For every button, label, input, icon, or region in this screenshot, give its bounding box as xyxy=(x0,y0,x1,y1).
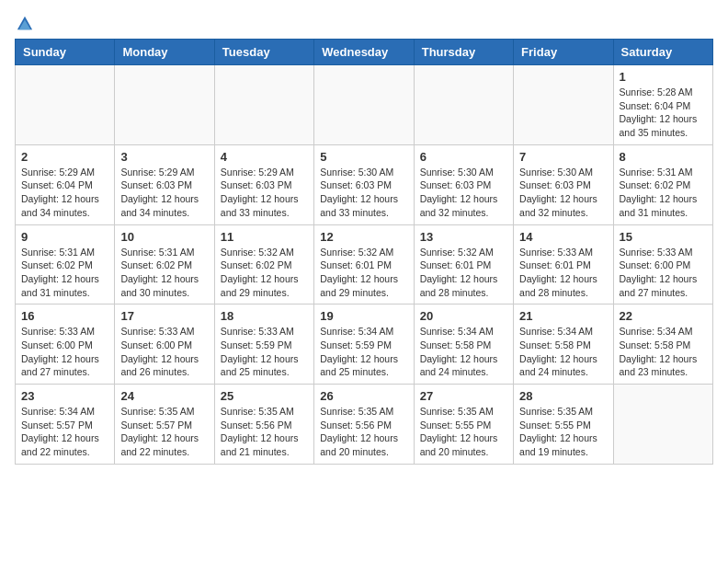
day-detail: Sunrise: 5:35 AM Sunset: 5:56 PM Dayligh… xyxy=(221,405,308,459)
day-number: 8 xyxy=(620,150,707,164)
day-detail: Sunrise: 5:34 AM Sunset: 5:58 PM Dayligh… xyxy=(519,325,607,379)
day-detail: Sunrise: 5:31 AM Sunset: 6:02 PM Dayligh… xyxy=(120,246,208,300)
day-header-wednesday: Wednesday xyxy=(314,40,414,65)
calendar-cell xyxy=(514,65,613,145)
day-number: 24 xyxy=(120,389,208,403)
day-number: 18 xyxy=(221,309,308,323)
calendar-cell: 3Sunrise: 5:29 AM Sunset: 6:03 PM Daylig… xyxy=(115,144,214,224)
day-number: 2 xyxy=(21,150,108,164)
day-detail: Sunrise: 5:34 AM Sunset: 5:57 PM Dayligh… xyxy=(21,405,108,459)
week-row-4: 16Sunrise: 5:33 AM Sunset: 6:00 PM Dayli… xyxy=(16,304,713,385)
calendar-cell: 23Sunrise: 5:34 AM Sunset: 5:57 PM Dayli… xyxy=(16,385,115,465)
day-detail: Sunrise: 5:29 AM Sunset: 6:03 PM Dayligh… xyxy=(221,166,308,220)
day-detail: Sunrise: 5:31 AM Sunset: 6:02 PM Dayligh… xyxy=(620,166,707,220)
calendar-cell: 21Sunrise: 5:34 AM Sunset: 5:58 PM Dayli… xyxy=(514,304,613,385)
calendar-cell: 10Sunrise: 5:31 AM Sunset: 6:02 PM Dayli… xyxy=(115,224,214,304)
day-detail: Sunrise: 5:33 AM Sunset: 6:00 PM Dayligh… xyxy=(620,246,707,300)
day-number: 19 xyxy=(320,309,407,323)
day-detail: Sunrise: 5:29 AM Sunset: 6:04 PM Dayligh… xyxy=(21,166,108,220)
day-detail: Sunrise: 5:35 AM Sunset: 5:55 PM Dayligh… xyxy=(519,405,607,459)
day-number: 26 xyxy=(320,389,407,403)
day-number: 27 xyxy=(420,389,507,403)
day-detail: Sunrise: 5:35 AM Sunset: 5:57 PM Dayligh… xyxy=(120,405,208,459)
day-number: 15 xyxy=(620,230,707,244)
week-row-1: 1Sunrise: 5:28 AM Sunset: 6:04 PM Daylig… xyxy=(16,65,713,145)
calendar-cell xyxy=(314,65,414,145)
calendar-cell: 1Sunrise: 5:28 AM Sunset: 6:04 PM Daylig… xyxy=(613,65,712,145)
calendar-cell: 2Sunrise: 5:29 AM Sunset: 6:04 PM Daylig… xyxy=(16,144,115,224)
calendar-cell: 25Sunrise: 5:35 AM Sunset: 5:56 PM Dayli… xyxy=(214,385,313,465)
day-detail: Sunrise: 5:34 AM Sunset: 5:59 PM Dayligh… xyxy=(320,325,407,379)
calendar-cell xyxy=(414,65,513,145)
calendar-header-row: SundayMondayTuesdayWednesdayThursdayFrid… xyxy=(16,40,713,65)
calendar-cell: 12Sunrise: 5:32 AM Sunset: 6:01 PM Dayli… xyxy=(314,224,414,304)
day-header-friday: Friday xyxy=(514,40,613,65)
day-number: 13 xyxy=(420,230,507,244)
day-number: 20 xyxy=(420,309,507,323)
calendar-cell xyxy=(16,65,115,145)
calendar-cell: 18Sunrise: 5:33 AM Sunset: 5:59 PM Dayli… xyxy=(214,304,313,385)
calendar-cell: 17Sunrise: 5:33 AM Sunset: 6:00 PM Dayli… xyxy=(115,304,214,385)
day-detail: Sunrise: 5:35 AM Sunset: 5:56 PM Dayligh… xyxy=(320,405,407,459)
day-number: 9 xyxy=(21,230,108,244)
day-number: 21 xyxy=(519,309,607,323)
calendar-cell: 8Sunrise: 5:31 AM Sunset: 6:02 PM Daylig… xyxy=(613,144,712,224)
day-detail: Sunrise: 5:29 AM Sunset: 6:03 PM Dayligh… xyxy=(120,166,208,220)
day-number: 14 xyxy=(519,230,607,244)
logo-icon xyxy=(17,15,33,31)
day-number: 22 xyxy=(620,309,707,323)
calendar-cell: 9Sunrise: 5:31 AM Sunset: 6:02 PM Daylig… xyxy=(16,224,115,304)
calendar-cell: 27Sunrise: 5:35 AM Sunset: 5:55 PM Dayli… xyxy=(414,385,513,465)
day-number: 7 xyxy=(519,150,607,164)
calendar-cell: 5Sunrise: 5:30 AM Sunset: 6:03 PM Daylig… xyxy=(314,144,414,224)
week-row-3: 9Sunrise: 5:31 AM Sunset: 6:02 PM Daylig… xyxy=(16,224,713,304)
day-detail: Sunrise: 5:30 AM Sunset: 6:03 PM Dayligh… xyxy=(420,166,507,220)
calendar-cell: 15Sunrise: 5:33 AM Sunset: 6:00 PM Dayli… xyxy=(613,224,712,304)
day-detail: Sunrise: 5:34 AM Sunset: 5:58 PM Dayligh… xyxy=(420,325,507,379)
calendar: SundayMondayTuesdayWednesdayThursdayFrid… xyxy=(15,39,713,465)
day-detail: Sunrise: 5:32 AM Sunset: 6:01 PM Dayligh… xyxy=(420,246,507,300)
calendar-cell: 26Sunrise: 5:35 AM Sunset: 5:56 PM Dayli… xyxy=(314,385,414,465)
calendar-cell: 7Sunrise: 5:30 AM Sunset: 6:03 PM Daylig… xyxy=(514,144,613,224)
calendar-cell xyxy=(115,65,214,145)
day-header-sunday: Sunday xyxy=(16,40,115,65)
calendar-cell: 14Sunrise: 5:33 AM Sunset: 6:01 PM Dayli… xyxy=(514,224,613,304)
day-number: 1 xyxy=(620,70,707,84)
calendar-cell: 6Sunrise: 5:30 AM Sunset: 6:03 PM Daylig… xyxy=(414,144,513,224)
day-number: 5 xyxy=(320,150,407,164)
day-number: 11 xyxy=(221,230,308,244)
calendar-cell: 16Sunrise: 5:33 AM Sunset: 6:00 PM Dayli… xyxy=(16,304,115,385)
day-number: 6 xyxy=(420,150,507,164)
day-number: 28 xyxy=(519,389,607,403)
day-detail: Sunrise: 5:33 AM Sunset: 5:59 PM Dayligh… xyxy=(221,325,308,379)
day-header-tuesday: Tuesday xyxy=(214,40,313,65)
week-row-5: 23Sunrise: 5:34 AM Sunset: 5:57 PM Dayli… xyxy=(16,385,713,465)
day-number: 25 xyxy=(221,389,308,403)
calendar-cell: 19Sunrise: 5:34 AM Sunset: 5:59 PM Dayli… xyxy=(314,304,414,385)
calendar-cell: 11Sunrise: 5:32 AM Sunset: 6:02 PM Dayli… xyxy=(214,224,313,304)
calendar-cell xyxy=(214,65,313,145)
calendar-cell: 28Sunrise: 5:35 AM Sunset: 5:55 PM Dayli… xyxy=(514,385,613,465)
header xyxy=(15,15,713,28)
calendar-cell: 13Sunrise: 5:32 AM Sunset: 6:01 PM Dayli… xyxy=(414,224,513,304)
day-detail: Sunrise: 5:31 AM Sunset: 6:02 PM Dayligh… xyxy=(21,246,108,300)
calendar-cell: 22Sunrise: 5:34 AM Sunset: 5:58 PM Dayli… xyxy=(613,304,712,385)
calendar-cell: 4Sunrise: 5:29 AM Sunset: 6:03 PM Daylig… xyxy=(214,144,313,224)
day-header-thursday: Thursday xyxy=(414,40,513,65)
calendar-cell: 20Sunrise: 5:34 AM Sunset: 5:58 PM Dayli… xyxy=(414,304,513,385)
day-detail: Sunrise: 5:34 AM Sunset: 5:58 PM Dayligh… xyxy=(620,325,707,379)
day-detail: Sunrise: 5:35 AM Sunset: 5:55 PM Dayligh… xyxy=(420,405,507,459)
day-detail: Sunrise: 5:33 AM Sunset: 6:00 PM Dayligh… xyxy=(120,325,208,379)
day-detail: Sunrise: 5:33 AM Sunset: 6:01 PM Dayligh… xyxy=(519,246,607,300)
day-number: 10 xyxy=(120,230,208,244)
day-detail: Sunrise: 5:30 AM Sunset: 6:03 PM Dayligh… xyxy=(320,166,407,220)
logo xyxy=(15,15,33,28)
day-number: 17 xyxy=(120,309,208,323)
day-detail: Sunrise: 5:32 AM Sunset: 6:01 PM Dayligh… xyxy=(320,246,407,300)
day-header-monday: Monday xyxy=(115,40,214,65)
day-detail: Sunrise: 5:28 AM Sunset: 6:04 PM Dayligh… xyxy=(620,86,707,140)
day-header-saturday: Saturday xyxy=(613,40,712,65)
week-row-2: 2Sunrise: 5:29 AM Sunset: 6:04 PM Daylig… xyxy=(16,144,713,224)
day-number: 23 xyxy=(21,389,108,403)
day-number: 4 xyxy=(221,150,308,164)
